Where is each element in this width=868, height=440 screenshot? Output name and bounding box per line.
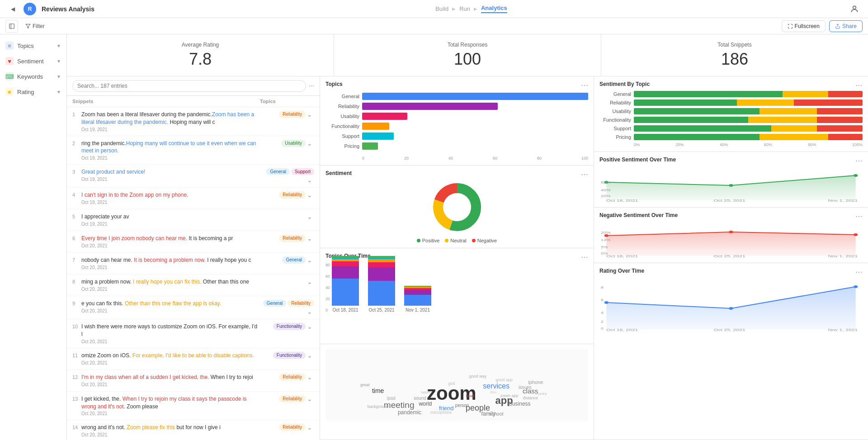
back-button[interactable]: ◀ [7, 4, 18, 14]
snippet-date: Oct 19, 2021 [81, 127, 260, 132]
svg-text:0%: 0% [601, 252, 608, 255]
sidebar-item-sentiment[interactable]: ♥ Sentiment ▼ [0, 53, 66, 69]
expand-button[interactable]: ⌄ [307, 308, 314, 315]
sidebar-sentiment-label: Sentiment [17, 58, 44, 65]
snippet-text: omize Zoom on iOS. For example, I'd like… [81, 352, 260, 360]
expand-button[interactable]: ⌄ [307, 278, 314, 285]
sidebar-item-rating[interactable]: ★ Rating ▼ [0, 84, 66, 99]
pos-sent-time-menu[interactable]: ⋯ [855, 156, 863, 165]
sentiment-chart-menu[interactable]: ⋯ [581, 170, 588, 179]
stats-row: Average Rating 7.8 Total Responses 100 T… [67, 34, 868, 76]
sent-by-topic-axis: 0% 20% 40% 60% 80% 100% [599, 142, 863, 147]
svg-point-20 [729, 231, 733, 233]
bar-seg-usability [368, 262, 395, 267]
word-cloud-word: time [372, 387, 384, 394]
topics-over-time-card: Topics Over Time ⋯ 80 60 40 20 0 Oct 18,… [320, 248, 594, 344]
filter-button[interactable]: Filter [22, 21, 48, 31]
snippet-number: 14 [72, 424, 81, 430]
snippet-row: 3 Great product and service! Oct 19, 202… [67, 165, 320, 188]
fullscreen-button[interactable]: Fullscreen [782, 20, 826, 32]
word-cloud-word: good way [469, 374, 487, 378]
snippet-tags: GeneralSupport⌄ [260, 168, 314, 184]
word-cloud-word: filter [490, 390, 497, 394]
main-layout: ≡ Topics ▼ ♥ Sentiment ▼ ⌨ Keywords ▼ ★ … [0, 34, 868, 440]
sent-topic-label: Support [599, 126, 631, 131]
topic-bar-container [362, 132, 588, 140]
sent-topic-label: General [599, 91, 631, 97]
snippet-row: 2 ring the pandemic.Hoping many will con… [67, 136, 320, 165]
word-cloud-word: school [489, 411, 504, 416]
bar-seg-usability [332, 261, 359, 266]
neg-sent-time-menu[interactable]: ⋯ [855, 212, 863, 221]
top-nav: ◀ R Reviews Analysis Build ▶ Run ▶ Analy… [0, 0, 868, 18]
word-cloud-word: background [368, 404, 389, 409]
snippet-tags: Reliability⌄ [260, 374, 314, 381]
snippet-tags: GeneralReliability⌄ [260, 300, 314, 315]
snippet-tags: Reliability⌄ [260, 395, 314, 402]
svg-marker-18 [606, 232, 855, 256]
snippet-content: wrong and it's not. Zoom please fix this… [81, 424, 260, 437]
nav-step-build[interactable]: Build [435, 5, 448, 12]
expand-button[interactable]: ⌄ [307, 140, 314, 147]
snippet-number: 1 [72, 111, 81, 117]
topics-chart-menu[interactable]: ⋯ [581, 81, 588, 90]
sent-bar-track [634, 99, 863, 106]
search-input[interactable] [72, 80, 306, 92]
share-button[interactable]: Share [829, 20, 863, 32]
sidebar-item-keywords[interactable]: ⌨ Keywords ▼ [0, 69, 66, 84]
sentiment-chevron: ▼ [57, 59, 61, 64]
expand-button[interactable]: ⌄ [307, 191, 314, 199]
sent-neutral-seg [760, 108, 817, 114]
sent-neutral-seg [760, 134, 828, 140]
topic-bar-row: Reliability [326, 103, 588, 110]
topic-bar [362, 123, 389, 130]
topics-over-time-menu[interactable]: ⋯ [581, 253, 588, 261]
expand-button[interactable]: ⌄ [307, 256, 314, 264]
expand-button[interactable]: ⌄ [307, 235, 314, 242]
sidebar-item-topics[interactable]: ≡ Topics ▼ [0, 38, 66, 53]
snippet-row: 12 I'm in my class when all of a sudden … [67, 370, 320, 392]
sent-positive-seg [634, 125, 771, 132]
snippet-tag: Reliability [279, 235, 306, 242]
snippet-content: ming a problem now. I really hope you ca… [81, 278, 260, 292]
sent-bar-track [634, 108, 863, 114]
keywords-icon: ⌨ [5, 72, 14, 80]
positive-sentiment-line-chart: Oct 18, 2021 Oct 25, 2021 Nov 1, 2021 60… [599, 166, 863, 203]
sent-positive-seg [634, 134, 760, 140]
nav-step-run[interactable]: Run [459, 5, 470, 12]
toggle-sidebar-button[interactable] [5, 20, 18, 33]
svg-point-10 [729, 184, 733, 187]
expand-button[interactable]: ⌄ [307, 395, 314, 402]
word-cloud-word: person [455, 402, 469, 407]
expand-button[interactable]: ⌄ [307, 374, 314, 381]
svg-text:40%: 40% [601, 189, 610, 192]
snippet-row: 5 I appreciate your av Oct 19, 2021 ⌄ [67, 209, 320, 231]
rating-time-menu[interactable]: ⋯ [855, 268, 863, 276]
expand-button[interactable]: ⌄ [307, 213, 314, 220]
user-icon[interactable] [848, 3, 861, 15]
expand-button[interactable]: ⌄ [307, 352, 314, 359]
sent-topic-row: Usability [599, 108, 863, 114]
sentiment-donut-card: Sentiment ⋯ Posit [320, 166, 594, 248]
snippet-content: I appreciate your av Oct 19, 2021 [81, 213, 260, 227]
snippet-date: Oct 20, 2021 [81, 287, 260, 292]
snippet-number: 3 [72, 168, 81, 175]
positive-sentiment-time-card: Positive Sentiment Over Time ⋯ [594, 152, 868, 208]
neutral-dot [445, 239, 448, 242]
expand-button[interactable]: ⌄ [307, 323, 314, 330]
search-more-icon[interactable]: ⋯ [309, 83, 314, 89]
topic-bar-label: Usability [326, 114, 359, 119]
snippet-text: I'm in my class when all of a sudden I g… [81, 374, 260, 381]
topic-bar-label: Pricing [326, 143, 359, 149]
expand-button[interactable]: ⌄ [307, 424, 314, 431]
sent-by-topic-menu[interactable]: ⋯ [855, 81, 863, 90]
sidebar-rating-label: Rating [17, 89, 34, 95]
word-cloud-word: great [360, 383, 370, 387]
expand-button[interactable]: ⌄ [307, 176, 314, 184]
nav-step-analytics[interactable]: Analytics [481, 5, 507, 13]
expand-button[interactable]: ⌄ [307, 111, 314, 118]
topic-bar-label: Reliability [326, 104, 359, 109]
svg-text:6: 6 [601, 298, 604, 302]
rating-time-svg: Oct 18, 2021 Oct 25, 2021 Nov 1, 2021 8 … [599, 278, 863, 332]
word-cloud-word: pandemic [398, 409, 421, 416]
